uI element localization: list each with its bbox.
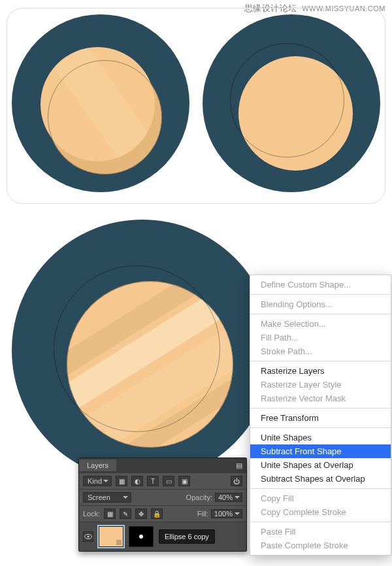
kind-filter-select[interactable]: Kind [83, 476, 112, 486]
opacity-label: Opacity: [186, 493, 212, 501]
menu-item[interactable]: Unite Shapes at Overlap [250, 458, 391, 472]
menu-separator [250, 294, 391, 295]
filter-pixel-icon[interactable]: ▦ [116, 476, 127, 486]
lock-position-icon[interactable]: ✥ [135, 508, 147, 519]
lock-all-icon[interactable]: 🔒 [151, 508, 163, 519]
fill-label: Fill: [197, 510, 208, 518]
blend-row: Screen Opacity: 40% [79, 489, 246, 505]
menu-item: Make Selection... [250, 317, 391, 331]
menu-item: Stroke Path... [250, 344, 391, 358]
coin-illustration-1 [12, 14, 189, 192]
menu-separator [250, 488, 391, 489]
menu-separator [250, 361, 391, 361]
menu-item[interactable]: Rasterize Layers [250, 364, 391, 378]
mask-thumbnail[interactable] [129, 526, 154, 547]
layer-thumbnail[interactable] [99, 526, 123, 547]
menu-item[interactable]: Free Transform [250, 411, 391, 425]
menu-separator [250, 408, 391, 408]
menu-item: Fill Path... [250, 331, 391, 344]
filter-adjust-icon[interactable]: ◐ [131, 476, 143, 486]
layers-panel: Layers ▤ Kind ▦ ◐ T ▭ ▣ ⏻ Screen Opacity… [78, 458, 247, 552]
fill-input[interactable]: 100% [211, 509, 242, 518]
menu-separator [250, 427, 391, 428]
menu-item: Paste Complete Stroke [250, 539, 391, 552]
layer-name-field[interactable]: Ellipse 6 copy [159, 529, 215, 544]
filter-shape-icon[interactable]: ▭ [163, 476, 174, 486]
filter-toggle-icon[interactable]: ⏻ [231, 476, 242, 486]
menu-item: Paste Fill [250, 525, 391, 539]
filter-smart-icon[interactable]: ▣ [178, 476, 190, 486]
menu-separator [250, 522, 391, 522]
menu-item: Rasterize Vector Mask [250, 391, 391, 405]
menu-item[interactable]: Unite Shapes [250, 431, 391, 444]
layer-row[interactable]: Ellipse 6 copy [79, 522, 246, 551]
svg-point-1 [87, 535, 89, 537]
lock-transparent-icon[interactable]: ▦ [104, 508, 116, 519]
menu-item: Copy Fill [250, 491, 391, 505]
blend-mode-select[interactable]: Screen [83, 492, 131, 503]
filter-type-icon[interactable]: T [147, 476, 159, 486]
menu-item: Define Custom Shape... [250, 278, 391, 291]
lock-pixels-icon[interactable]: ✎ [120, 508, 131, 519]
menu-item: Copy Complete Stroke [250, 505, 391, 519]
coin-illustration-3 [12, 220, 273, 481]
panel-tabs: Layers ▤ [79, 458, 246, 473]
opacity-input[interactable]: 40% [215, 493, 242, 502]
menu-item[interactable]: Subtract Front Shape [250, 444, 391, 458]
menu-item: Rasterize Layer Style [250, 378, 391, 391]
menu-item[interactable]: Subtract Shapes at Overlap [250, 472, 391, 486]
lock-row: Lock: ▦ ✎ ✥ 🔒 Fill: 100% [79, 505, 246, 522]
visibility-toggle-icon[interactable] [83, 531, 93, 542]
filter-row: Kind ▦ ◐ T ▭ ▣ ⏻ [79, 473, 246, 489]
coin-illustration-2 [203, 14, 380, 192]
context-menu: Define Custom Shape...Blending Options..… [250, 275, 391, 556]
lock-label: Lock: [83, 510, 100, 518]
panel-flyout-icon[interactable]: ▤ [232, 461, 246, 470]
menu-separator [250, 314, 391, 314]
menu-item: Blending Options... [250, 297, 391, 311]
layers-tab[interactable]: Layers [79, 459, 116, 471]
